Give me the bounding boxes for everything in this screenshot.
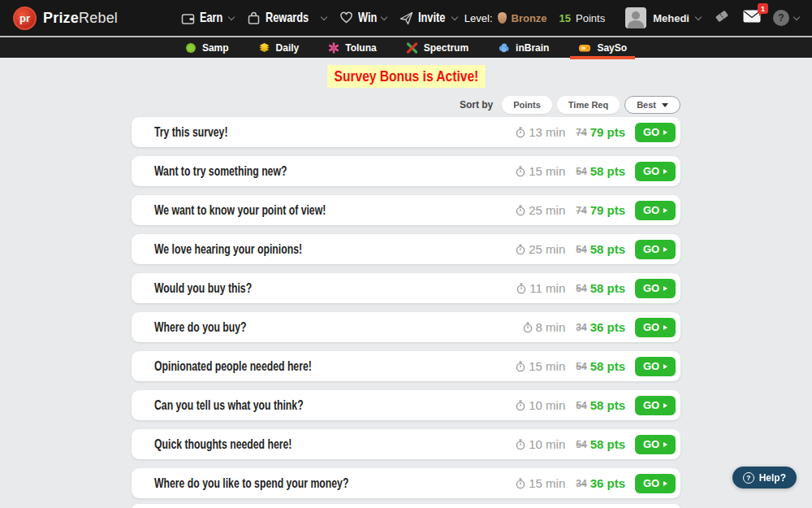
go-label: GO [643, 438, 659, 450]
paper-plane-icon [400, 11, 413, 25]
level-indicator: Level: Bronze 15 Points [464, 12, 605, 24]
original-points: 34 [576, 478, 586, 489]
help-button[interactable]: ? Help? [732, 467, 797, 488]
menu-rewards[interactable]: Rewards [247, 10, 326, 26]
survey-title: Try this survey! [154, 124, 415, 141]
go-button[interactable]: GO [635, 279, 676, 298]
tab-spectrum-label: Spectrum [424, 42, 469, 54]
go-button[interactable]: GO [635, 240, 676, 259]
survey-title: Opinionated people needed here! [154, 358, 415, 375]
tab-toluna[interactable]: Toluna [313, 37, 391, 58]
stopwatch-icon [523, 322, 533, 333]
menu-win[interactable]: Win [339, 10, 387, 26]
tab-samp[interactable]: Samp [171, 37, 244, 58]
go-label: GO [643, 399, 659, 411]
logo-pr-icon: pr [13, 7, 37, 30]
points-value: 15 [559, 12, 571, 24]
brand-name: PrizeRebel [43, 10, 118, 27]
go-button[interactable]: GO [635, 318, 676, 337]
sort-best-label: Best [637, 100, 656, 110]
go-button[interactable]: GO [635, 396, 676, 415]
survey-title: Where do you buy? [154, 319, 420, 336]
menu-invite[interactable]: Invite [400, 10, 457, 26]
tab-spectrum[interactable]: Spectrum [391, 37, 483, 58]
menu-earn[interactable]: Earn [181, 10, 234, 26]
points-value: 79 pts [590, 203, 625, 217]
sort-timereq-button[interactable]: Time Req [557, 96, 620, 114]
time-estimate: 25 min [516, 242, 565, 256]
chevron-down-icon [451, 13, 458, 20]
sort-points-button[interactable]: Points [502, 96, 552, 114]
survey-row: Would you buy this? 11 min 54 58 pts GO [132, 273, 680, 303]
points-value: 58 pts [590, 281, 625, 295]
messages-button[interactable]: 1 [743, 10, 761, 26]
go-label: GO [643, 477, 659, 489]
inbrain-icon [498, 42, 510, 54]
tab-inbrain[interactable]: inBrain [483, 37, 564, 58]
tab-daily[interactable]: Daily [244, 37, 314, 58]
play-icon [663, 247, 667, 252]
sayso-icon [578, 42, 591, 54]
user-menu[interactable]: Mehedi [625, 7, 701, 28]
survey-title: Want to try something new? [154, 163, 415, 180]
time-estimate: 10 min [516, 437, 565, 451]
survey-row: We love hearing your opinions! 25 min 54… [132, 234, 680, 264]
avatar-head [632, 11, 640, 20]
help-menu[interactable]: ? [773, 10, 799, 26]
survey-meta: 10 min 54 58 pts GO [516, 435, 676, 454]
sort-best-dropdown[interactable]: Best [624, 96, 680, 114]
tab-sayso[interactable]: SaySo [564, 37, 641, 58]
avatar [625, 7, 646, 28]
sort-points-label: Points [513, 100, 541, 110]
survey-list-area: Sort by Points Time Req Best Try this su… [132, 96, 680, 508]
spectrum-icon [406, 42, 418, 54]
survey-row: Where do you like to spend your money? 1… [132, 468, 680, 498]
time-estimate: 15 min [516, 476, 565, 490]
prizerebel-logo[interactable]: pr PrizeRebel [13, 7, 118, 30]
sort-controls: Sort by Points Time Req Best [132, 96, 680, 114]
go-button[interactable]: GO [635, 162, 676, 181]
time-value: 15 min [529, 359, 565, 373]
wallet-icon [181, 11, 195, 25]
go-label: GO [643, 243, 659, 255]
time-value: 10 min [529, 398, 565, 412]
go-button[interactable]: GO [635, 201, 676, 220]
stopwatch-icon [516, 127, 525, 138]
original-points: 54 [576, 283, 586, 294]
go-button[interactable]: GO [635, 357, 676, 376]
survey-row: Opinionated people needed here! 15 min 5… [132, 351, 680, 381]
time-value: 11 min [529, 281, 565, 295]
time-value: 25 min [529, 242, 565, 256]
sort-by-label: Sort by [460, 99, 493, 111]
chevron-down-icon [695, 13, 702, 20]
time-value: 13 min [529, 125, 565, 139]
survey-row: Can you tell us what you think? 10 min 5… [132, 390, 680, 420]
stopwatch-icon [516, 400, 525, 411]
stopwatch-icon [516, 244, 525, 255]
stopwatch-icon [516, 478, 525, 489]
go-button[interactable]: GO [635, 123, 676, 142]
level-tier: Bronze [512, 12, 547, 24]
original-points: 54 [576, 166, 586, 177]
tab-sayso-label: SaySo [597, 42, 627, 54]
time-estimate: 11 min [516, 281, 565, 295]
play-icon [663, 130, 667, 135]
go-button[interactable]: GO [635, 435, 676, 454]
go-label: GO [643, 126, 659, 138]
rewards-ticket-button[interactable] [713, 8, 731, 28]
chevron-down-icon [381, 13, 387, 20]
bronze-badge-icon [498, 12, 507, 24]
play-icon [663, 325, 667, 330]
chevron-down-icon [228, 13, 235, 20]
survey-row: Where do you buy? 8 min 34 36 pts GO [132, 312, 680, 342]
go-button[interactable]: GO [635, 474, 676, 493]
account-area: Level: Bronze 15 Points Mehedi 1 [464, 7, 799, 28]
question-mark-icon: ? [773, 10, 789, 26]
question-mark-icon: ? [743, 472, 754, 484]
points-value: 36 pts [590, 320, 625, 334]
survey-meta: 15 min 54 58 pts GO [516, 357, 676, 376]
original-points: 34 [576, 322, 586, 333]
stopwatch-icon [516, 439, 525, 450]
survey-bonus-banner: Survey Bonus is Active! [327, 65, 485, 88]
stopwatch-icon [516, 361, 525, 372]
